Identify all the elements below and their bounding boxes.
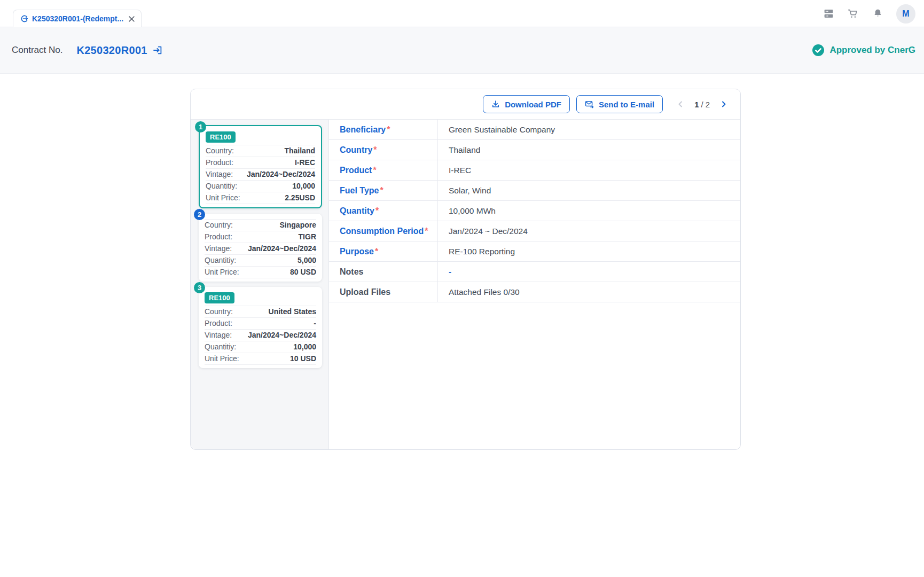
tab-close-icon[interactable] — [127, 14, 136, 23]
next-page-button[interactable] — [719, 99, 729, 109]
detail-row-upload-files: Upload Files Attached Files 0/30 — [329, 282, 740, 302]
row-label: Product: — [205, 319, 232, 328]
detail-row-consumption-period: Consumption Period * Jan/2024 ~ Dec/2024 — [329, 221, 740, 241]
row-label: Product: — [205, 233, 232, 241]
cart-icon[interactable] — [847, 8, 859, 20]
approval-status-badge: Approved by CnerG — [812, 44, 915, 57]
row-value: 80 USD — [290, 268, 316, 276]
detail-label: Fuel Type * — [329, 181, 438, 200]
row-value: Jan/2024~Dec/2024 — [247, 170, 315, 178]
redemption-detail-card: Download PDF Send to E-mail 1 / 2 — [190, 89, 741, 450]
contract-tab[interactable]: K250320R001-(Redempt... — [13, 10, 142, 27]
download-pdf-label: Download PDF — [505, 100, 561, 109]
row-value: 5,000 — [297, 256, 316, 264]
detail-value: 10,000 MWh — [438, 201, 740, 221]
detail-value: Solar, Wind — [438, 181, 740, 200]
redeem-circle-arrow-icon — [20, 14, 28, 23]
certificate-card-3[interactable]: 3 RE100 Country: United States Product: … — [199, 287, 322, 368]
detail-label: Country * — [329, 140, 438, 160]
contract-no-label: Contract No. — [12, 45, 62, 56]
certificate-card-2[interactable]: 2 Country: Singapore Product: TIGR Vinta… — [199, 214, 322, 282]
detail-value: Jan/2024 ~ Dec/2024 — [438, 221, 740, 241]
detail-label: Consumption Period * — [329, 221, 438, 241]
row-label: Vintage: — [205, 331, 232, 339]
cert-row-quantity: Quantitiy: 10,000 — [205, 341, 316, 353]
detail-label: Quantity * — [329, 201, 438, 221]
required-asterisk: * — [375, 247, 378, 256]
detail-value: - — [438, 262, 740, 282]
required-asterisk: * — [387, 125, 390, 135]
detail-value: Thailand — [438, 140, 740, 160]
contract-identity: Contract No. K250320R001 — [12, 44, 163, 57]
row-value: Singapore — [280, 221, 316, 229]
label-text: Product — [340, 166, 372, 175]
detail-row-notes: Notes - — [329, 262, 740, 282]
send-email-label: Send to E-mail — [599, 100, 654, 109]
contract-number: K250320R001 — [76, 44, 147, 57]
page-total: 2 — [706, 100, 710, 109]
detail-label: Upload Files — [329, 282, 438, 302]
approval-status-text: Approved by CnerG — [829, 45, 915, 56]
row-value: TIGR — [299, 233, 316, 241]
label-text: Country — [340, 145, 372, 155]
label-text: Consumption Period — [340, 227, 424, 236]
contract-header: Contract No. K250320R001 Approved by Cne… — [0, 27, 924, 74]
required-asterisk: * — [373, 145, 377, 155]
mail-send-icon — [585, 100, 594, 109]
row-value: Jan/2024~Dec/2024 — [248, 331, 316, 339]
detail-label: Notes — [329, 262, 438, 282]
server-rack-icon[interactable] — [823, 8, 834, 20]
row-label: Country: — [205, 221, 233, 229]
certificate-card-1[interactable]: 1 RE100 Country: Thailand Product: I-REC… — [199, 125, 322, 208]
download-pdf-button[interactable]: Download PDF — [483, 95, 570, 113]
cert-row-product: Product: TIGR — [205, 231, 316, 243]
detail-value: I-REC — [438, 160, 740, 180]
required-asterisk: * — [380, 186, 383, 196]
certificate-2-number-badge: 2 — [194, 209, 205, 220]
row-value: 2.25USD — [285, 194, 315, 202]
cert-row-vintage: Vintage: Jan/2024~Dec/2024 — [206, 168, 315, 180]
required-asterisk: * — [375, 206, 379, 216]
detail-row-product: Product * I-REC — [329, 160, 740, 181]
row-label: Product: — [206, 159, 233, 167]
row-label: Unit Price: — [206, 194, 240, 202]
card-body: 1 RE100 Country: Thailand Product: I-REC… — [191, 120, 740, 449]
bell-icon[interactable] — [872, 8, 883, 20]
redemption-details-table: Beneficiary * Green Sustainable Company … — [329, 120, 740, 449]
detail-row-purpose: Purpose * RE-100 Reporting — [329, 241, 740, 262]
detail-label: Beneficiary * — [329, 120, 438, 139]
row-value: I-REC — [295, 159, 315, 167]
row-value: Thailand — [284, 147, 315, 155]
open-in-box-icon[interactable] — [152, 45, 163, 56]
detail-row-fuel-type: Fuel Type * Solar, Wind — [329, 181, 740, 201]
page-indicator: 1 / 2 — [694, 100, 710, 109]
cert-row-quantity: Quantitiy: 10,000 — [206, 180, 315, 192]
row-value: 10,000 — [292, 182, 315, 190]
topbar-actions: M — [823, 0, 915, 27]
required-asterisk: * — [425, 227, 428, 236]
user-avatar[interactable]: M — [896, 4, 915, 24]
cert-row-quantity: Quantitiy: 5,000 — [205, 254, 316, 266]
label-text: Purpose — [340, 247, 374, 256]
cert-row-unit-price: Unit Price: 10 USD — [205, 353, 316, 365]
send-email-button[interactable]: Send to E-mail — [576, 95, 663, 113]
detail-value: Green Sustainable Company — [438, 120, 740, 139]
row-value: Jan/2024~Dec/2024 — [248, 245, 316, 253]
certificate-list: 1 RE100 Country: Thailand Product: I-REC… — [191, 120, 329, 449]
row-label: Unit Price: — [205, 355, 239, 363]
cert-row-country: Country: Thailand — [206, 145, 315, 157]
row-label: Quantitiy: — [205, 343, 236, 351]
top-tab-bar: K250320R001-(Redempt... — [0, 0, 924, 27]
re100-tag: RE100 — [205, 292, 234, 303]
row-label: Unit Price: — [205, 268, 239, 276]
row-label: Vintage: — [205, 245, 232, 253]
prev-page-button[interactable] — [676, 99, 685, 109]
cert-row-country: Country: Singapore — [205, 219, 316, 231]
row-label: Quantitiy: — [205, 256, 236, 264]
cert-row-product: Product: - — [205, 317, 316, 329]
row-label: Country: — [205, 308, 233, 316]
page-separator: / — [701, 100, 703, 109]
row-value: 10 USD — [290, 355, 316, 363]
detail-value: Attached Files 0/30 — [438, 282, 740, 302]
detail-label: Product * — [329, 160, 438, 180]
